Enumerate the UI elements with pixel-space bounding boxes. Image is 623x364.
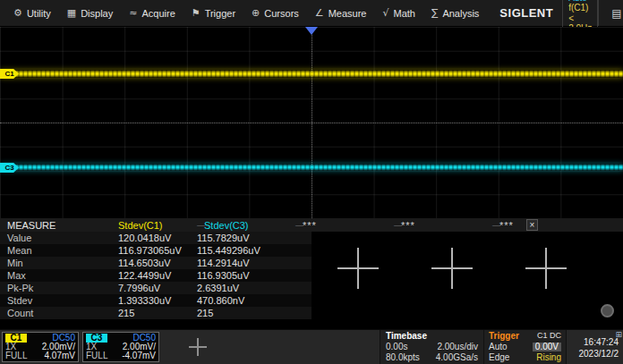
menu-analysis[interactable]: ∑ Analysis [423,0,487,26]
table-row: Stdev 1.393330uV 470.860nV [0,294,312,307]
timebase-title: Timebase [386,332,427,341]
add-measurement-slot-icon[interactable] [337,248,379,289]
channel1-offset: 4.07mV [38,351,75,360]
measure-col-empty-2[interactable]: *** [401,220,492,231]
stat-label: Value [0,233,118,243]
waveform-display: C1 C3 [0,27,623,218]
stat-value-c3: 215 [197,308,213,318]
trigger-flag-icon: ⚑ [192,7,201,19]
table-row: Min 114.6503uV 114.2914uV [0,257,312,269]
menu-measure[interactable]: ∠ Measure [307,0,375,26]
menu-acquire-label: Acquire [141,8,175,19]
menu-display-label: Display [81,8,113,19]
menu-cursors-label: Cursors [264,8,299,19]
menu-cursors[interactable]: ⊕ Cursors [243,0,307,26]
stat-label: Min [0,258,118,268]
timebase-box[interactable]: Timebase 0.00s 2.00us/div 80.0kpts 4.00G… [380,330,483,364]
menu-measure-label: Measure [329,8,367,19]
measure-col-stdev-c3[interactable]: Stdev(C3) [204,220,295,231]
measure-col-stdev-c1[interactable]: Stdev(C1) [118,220,197,231]
timebase-scale: 2.00us/div [437,343,478,351]
timebase-samplerate: 4.00GSa/s [436,353,478,362]
add-channel-icon[interactable] [168,332,227,362]
channel3-offset: -4.07mV [118,351,156,360]
stat-value-c1: 7.7996uV [118,283,197,293]
trigger-box[interactable]: Trigger C1 DC Auto 0.00V Edge Rising [483,330,566,364]
menu-trigger-label: Trigger [205,8,235,19]
channel1-bandwidth: FULL [5,351,38,360]
center-horizontal-gridline [0,123,623,123]
trigger-mode: Auto [489,343,508,351]
table-row: Value 120.0418uV 115.7829uV [0,232,312,244]
measure-col-empty-3[interactable]: *** [499,220,514,231]
menu-math-label: Math [394,8,415,19]
menu-math[interactable]: √ Math [374,0,422,26]
measure-list-icon: ▤ [611,7,621,20]
header-separator: — [492,221,499,230]
menu-utility-label: Utility [27,8,51,19]
menu-utility[interactable]: ⚙ Utility [5,0,59,26]
stat-value-c1: 215 [118,308,197,318]
table-row: Count 215 215 [0,307,312,319]
clock-time: 16:47:24 [568,336,619,348]
table-row: Max 122.4499uV 116.9305uV [0,269,312,282]
channel1-descriptor-box[interactable]: C1 DC50 1X 2.00mV/ FULL 4.07mV [2,332,79,362]
measure-panel-button[interactable]: ▤ MEASURE [598,0,623,26]
measure-panel: MEASURE Stdev(C1) — Stdev(C3) — *** — **… [0,218,623,319]
measure-header-row: MEASURE Stdev(C1) — Stdev(C3) — *** — **… [0,218,623,232]
math-icon: √ [382,7,388,19]
add-measurement-slot-icon[interactable] [431,248,473,289]
menu-display[interactable]: ▦ Display [59,0,121,26]
measure-panel-title: MEASURE [0,220,118,231]
timebase-points: 80.0kpts [386,353,420,362]
stat-value-c3: 115.449296uV [197,245,260,256]
touch-gesture-icon[interactable] [601,304,614,317]
stat-label: Count [0,308,118,318]
trigger-position-marker[interactable] [305,27,318,35]
channel3-trace [0,164,623,171]
add-measurement-slot-icon[interactable] [525,248,567,289]
stat-label: Mean [0,245,118,256]
trigger-slope: Rising [536,353,561,362]
clock-date: 2023/12/2 [568,348,619,360]
table-row: Pk-Pk 7.7996uV 2.6391uV [0,282,312,294]
table-row: Mean 116.973065uV 115.449296uV [0,244,312,257]
trigger-type: Edge [489,353,509,362]
channel3-bandwidth: FULL [86,351,118,360]
trigger-title: Trigger [489,332,519,341]
stat-label: Max [0,270,118,281]
acquire-icon: ≈ [129,7,137,19]
clock-box: ⊞ 16:47:24 2023/12/2 [566,330,623,364]
cursors-icon: ⊕ [252,7,260,19]
menu-trigger[interactable]: ⚑ Trigger [183,0,243,26]
menu-acquire[interactable]: ≈ Acquire [121,0,183,26]
trigger-level: 0.00V [533,343,561,351]
status-bar: C1 DC50 1X 2.00mV/ FULL 4.07mV C3 DC50 1… [0,329,623,364]
stat-value-c1: 1.393330uV [118,295,197,306]
header-separator: — [295,221,303,230]
measure-rows: Value 120.0418uV 115.7829uV Mean 116.973… [0,232,312,319]
network-status-icon: ⊞ [615,330,622,341]
channel3-descriptor-box[interactable]: C3 DC50 1X 2.00mV/ FULL -4.07mV [82,332,159,362]
display-icon: ▦ [67,7,76,19]
measure-icon: ∠ [315,7,324,19]
stat-value-c1: 122.4499uV [118,270,197,281]
stat-value-c1: 120.0418uV [118,233,197,243]
stat-value-c3: 470.860nV [197,295,244,306]
stat-value-c3: 2.6391uV [197,283,239,293]
stat-label: Stdev [0,295,118,306]
timebase-delay: 0.00s [386,343,407,351]
header-separator: — [394,221,401,230]
stat-label: Pk-Pk [0,283,118,293]
stat-value-c3: 114.2914uV [197,258,250,268]
stat-value-c1: 114.6503uV [118,258,197,268]
channel1-trace [0,70,623,78]
menu-analysis-label: Analysis [442,8,479,19]
trigger-source: C1 DC [537,332,561,341]
measure-col-empty-1[interactable]: *** [303,220,394,231]
close-measure-button[interactable]: × [526,219,538,231]
siglent-logo: SIGLENT [499,6,553,20]
stat-value-c1: 116.973065uV [118,245,197,256]
utility-icon: ⚙ [13,7,22,19]
analysis-icon: ∑ [431,7,438,19]
